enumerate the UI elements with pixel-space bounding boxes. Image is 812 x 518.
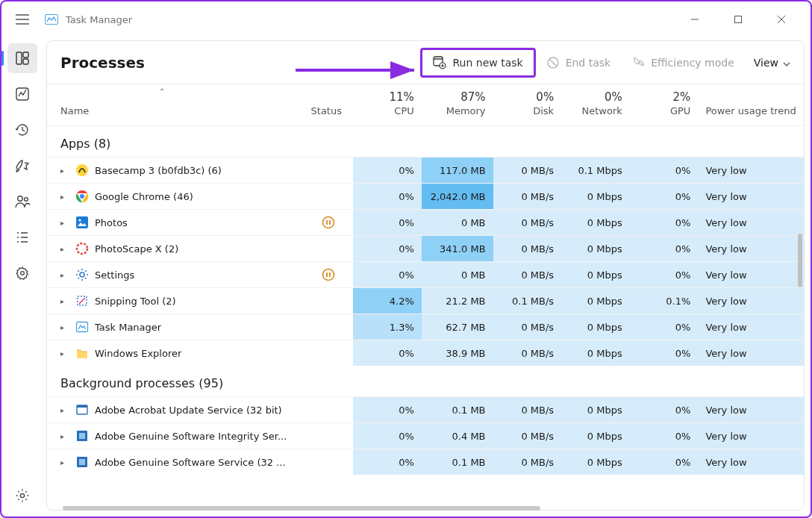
cpu-cell: 0% <box>353 236 422 262</box>
close-button[interactable] <box>764 7 799 31</box>
chevron-right-icon[interactable]: ▸ <box>60 297 69 305</box>
table-row[interactable]: ▸ Photos 0% 0 MB 0 MB/s 0 Mbps 0% Very l… <box>47 210 804 236</box>
power-cell: Very low <box>698 314 804 340</box>
power-cell: Very low <box>698 288 804 314</box>
memory-cell: 0.1 MB <box>422 397 493 423</box>
cpu-cell: 0% <box>353 340 422 366</box>
sidebar-item-users[interactable] <box>7 187 37 216</box>
column-header-name[interactable]: ⌃ Name <box>47 84 304 126</box>
sidebar-item-services[interactable] <box>7 258 37 288</box>
sidebar <box>1 37 43 517</box>
hamburger-menu-icon[interactable] <box>7 14 37 25</box>
efficiency-mode-button[interactable]: Efficiency mode <box>621 50 745 75</box>
table-row[interactable]: ▸ Basecamp 3 (b0fdb3c) (6) 0% 117.0 MB 0… <box>47 157 804 184</box>
chevron-right-icon[interactable]: ▸ <box>60 323 69 331</box>
process-name: Adobe Genuine Software Integrity Ser... <box>95 431 287 442</box>
process-icon <box>75 455 89 469</box>
cpu-cell: 1.3% <box>353 314 422 340</box>
disk-cell: 0.1 MB/s <box>493 288 562 314</box>
network-cell: 0 Mbps <box>561 397 630 423</box>
column-header-cpu[interactable]: 11%CPU <box>353 84 422 126</box>
sort-indicator-icon: ⌃ <box>159 87 165 96</box>
table-row[interactable]: ▸ Adobe Genuine Software Service (32 ...… <box>47 449 804 475</box>
chevron-down-icon <box>783 57 790 69</box>
chevron-right-icon[interactable]: ▸ <box>60 245 69 253</box>
end-task-button[interactable]: End task <box>536 50 622 75</box>
cpu-cell: 0% <box>353 157 422 184</box>
memory-cell: 117.0 MB <box>422 157 493 184</box>
vertical-scrollbar[interactable] <box>798 234 802 287</box>
table-row[interactable]: ▸ Snipping Tool (2) 4.2% 21.2 MB 0.1 MB/… <box>47 288 804 314</box>
memory-cell: 21.2 MB <box>422 288 493 314</box>
network-cell: 0.1 Mbps <box>561 157 630 184</box>
column-header-memory[interactable]: 87%Memory <box>422 84 493 126</box>
memory-cell: 38.9 MB <box>422 340 493 366</box>
sidebar-item-history[interactable] <box>7 115 37 145</box>
table-row[interactable]: ▸ Google Chrome (46) 0% 2,042.0 MB 0 MB/… <box>47 184 804 210</box>
chevron-right-icon[interactable]: ▸ <box>60 166 69 175</box>
svg-rect-31 <box>79 459 85 465</box>
view-button[interactable]: View <box>754 57 790 69</box>
svg-rect-27 <box>77 405 87 408</box>
chevron-right-icon[interactable]: ▸ <box>60 406 69 414</box>
sidebar-item-startup[interactable] <box>7 151 37 181</box>
memory-cell: 341.0 MB <box>422 236 493 262</box>
chevron-right-icon[interactable]: ▸ <box>60 193 69 201</box>
sidebar-item-processes[interactable] <box>7 43 37 73</box>
power-cell: Very low <box>698 157 804 184</box>
process-icon <box>75 320 89 334</box>
table-row[interactable]: ▸ Task Manager 1.3% 62.7 MB 0 MB/s 0 Mbp… <box>47 314 804 340</box>
process-icon <box>75 294 89 308</box>
status-icon <box>311 268 346 281</box>
table-row[interactable]: ▸ Settings 0% 0 MB 0 MB/s 0 Mbps 0% Very… <box>47 262 804 288</box>
process-icon <box>75 403 89 416</box>
column-header-status[interactable]: Status <box>304 84 354 126</box>
gpu-cell: 0% <box>630 423 699 449</box>
minimize-button[interactable] <box>678 7 712 31</box>
main-panel: Processes Run new task End task Efficien… <box>46 40 805 511</box>
end-task-label: End task <box>566 57 611 69</box>
power-cell: Very low <box>698 449 804 475</box>
column-header-network[interactable]: 0%Network <box>561 84 630 126</box>
run-task-icon <box>433 56 446 69</box>
svg-point-20 <box>322 217 334 228</box>
chevron-right-icon[interactable]: ▸ <box>60 349 69 358</box>
network-cell: 0 Mbps <box>561 236 630 262</box>
chevron-right-icon[interactable]: ▸ <box>60 219 69 227</box>
chevron-right-icon[interactable]: ▸ <box>60 271 69 279</box>
process-name: PhotoScape X (2) <box>95 243 178 255</box>
sidebar-item-performance[interactable] <box>7 79 37 109</box>
chevron-right-icon[interactable]: ▸ <box>60 432 69 440</box>
table-row[interactable]: ▸ PhotoScape X (2) 0% 341.0 MB 0 MB/s 0 … <box>47 236 804 262</box>
column-header-disk[interactable]: 0%Disk <box>493 84 562 126</box>
process-name: Snipping Tool (2) <box>95 296 176 307</box>
column-header-power[interactable]: Power usage trend <box>698 84 804 126</box>
svg-point-13 <box>76 164 88 176</box>
process-name: Task Manager <box>95 322 161 333</box>
disk-cell: 0 MB/s <box>493 210 562 236</box>
disk-cell: 0 MB/s <box>493 236 562 262</box>
power-cell: Very low <box>698 184 804 210</box>
table-row[interactable]: ▸ Adobe Genuine Software Integrity Ser..… <box>47 423 804 449</box>
svg-point-6 <box>18 196 22 201</box>
group-header-apps[interactable]: Apps (8) <box>47 126 804 157</box>
cpu-cell: 0% <box>353 397 422 423</box>
sidebar-item-settings[interactable] <box>7 481 37 511</box>
memory-cell: 0 MB <box>422 262 493 288</box>
table-row[interactable]: ▸ Windows Explorer 0% 38.9 MB 0 MB/s 0 M… <box>47 340 804 366</box>
svg-point-9 <box>20 493 24 497</box>
run-new-task-button[interactable]: Run new task <box>420 48 535 78</box>
process-name: Google Chrome (46) <box>95 191 193 202</box>
disk-cell: 0 MB/s <box>493 397 562 423</box>
power-cell: Very low <box>698 397 804 423</box>
process-table[interactable]: ⌃ Name Status 11%CPU 87%Memory 0%Disk 0%… <box>47 84 804 510</box>
column-header-gpu[interactable]: 2%GPU <box>630 84 699 126</box>
table-row[interactable]: ▸ Adobe Acrobat Update Service (32 bit) … <box>47 397 804 423</box>
chevron-right-icon[interactable]: ▸ <box>60 458 69 466</box>
process-name: Windows Explorer <box>95 348 181 359</box>
sidebar-item-details[interactable] <box>7 222 37 252</box>
gpu-cell: 0% <box>630 236 699 262</box>
horizontal-scrollbar[interactable] <box>63 506 540 511</box>
group-header-background[interactable]: Background processes (95) <box>47 366 804 397</box>
maximize-button[interactable] <box>721 7 755 31</box>
